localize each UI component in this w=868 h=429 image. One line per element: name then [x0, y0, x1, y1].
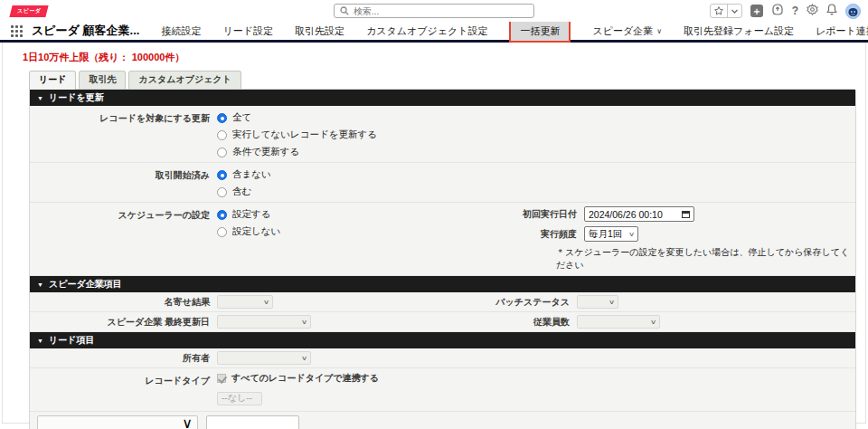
nav-tab-account-settings[interactable]: 取引先設定 — [295, 24, 344, 38]
deal-started-row: 取引開始済み 含まない 含む — [30, 163, 855, 203]
nav-tab-custom-object-settings[interactable]: カスタムオブジェクト設定 — [366, 24, 488, 38]
radio-icon — [217, 130, 227, 140]
radio-icon — [217, 210, 227, 220]
radio-option-conditional[interactable]: 条件で更新する — [217, 146, 855, 158]
user-avatar[interactable] — [845, 4, 861, 19]
daily-limit-notice: 1日10万件上限（残り： 100000件） — [23, 51, 856, 64]
target-records-label: レコードを対象にする更新 — [30, 110, 217, 158]
global-search[interactable] — [334, 4, 534, 18]
collapse-icon: ▼ — [37, 338, 43, 344]
radio-option-include[interactable]: 含む — [217, 186, 855, 198]
subtab-lead[interactable]: リード — [29, 71, 76, 90]
field-mapping-row: ∨ — [30, 412, 855, 429]
help-icon[interactable]: ? — [792, 5, 798, 17]
first-run-datetime-input[interactable]: 2024/06/26 00:10 — [584, 206, 694, 222]
search-input[interactable] — [354, 6, 528, 16]
notifications-bell-icon[interactable] — [826, 3, 837, 19]
batch-status-select: ∨ — [577, 295, 618, 309]
last-updated-select: ∨ — [217, 315, 311, 329]
star-icon[interactable] — [711, 5, 727, 17]
target-records-radio-group: 全て 実行してないレコードを更新する 条件で更新する — [217, 110, 855, 158]
radio-icon — [217, 227, 227, 237]
section-header-lead-fields[interactable]: ▼ リード項目 — [30, 332, 855, 348]
section-title: リード項目 — [49, 334, 94, 347]
header-utility-icons: ＋ ? — [710, 3, 861, 19]
last-updated-label: スピーダ企業 最終更新日 — [30, 316, 217, 329]
chevron-down-icon: ∨ — [656, 27, 662, 35]
chevron-down-icon: ∨ — [263, 299, 269, 306]
first-run-date-label: 初回実行日付 — [459, 208, 577, 221]
record-type-row: レコードタイプ すべてのレコードタイプで連携する --なし-- — [30, 368, 855, 412]
batch-status-label: バッチステータス — [459, 296, 577, 309]
nav-tab-list: 接続設定 リード設定 取引先設定 カスタムオブジェクト設定 一括更新 スピーダ企… — [161, 20, 868, 43]
nav-tab-report-integration[interactable]: レポート連携 — [816, 24, 868, 38]
nav-tab-lead-settings[interactable]: リード設定 — [222, 24, 273, 38]
radio-label: 含む — [232, 186, 251, 198]
scheduler-settings: 初回実行日付 2024/06/26 00:10 実行頻度 毎月1回∨ ＊スケジュ… — [459, 206, 855, 272]
deal-started-radio-group: 含まない 含む — [217, 167, 855, 198]
radio-label: 実行してないレコードを更新する — [232, 129, 377, 141]
nav-tab-account-form-settings[interactable]: 取引先登録フォーム設定 — [684, 24, 794, 38]
radio-option-not-executed[interactable]: 実行してないレコードを更新する — [217, 129, 855, 141]
frequency-select[interactable]: 毎月1回∨ — [584, 226, 638, 242]
scheduler-label: スケジューラーの設定 — [30, 206, 217, 272]
nav-tab-bulk-update[interactable]: 一括更新 — [509, 20, 571, 43]
object-subtabs: リード 取引先 カスタムオブジェクト — [29, 71, 856, 89]
favorites-caret-icon[interactable] — [727, 5, 741, 17]
nav-tab-speeda-company-label: スピーダ企業 — [592, 24, 653, 38]
nav-tab-speeda-company[interactable]: スピーダ企業∨ — [592, 24, 662, 38]
radio-icon — [217, 187, 227, 197]
record-type-checkbox-label: すべてのレコードタイプで連携する — [231, 372, 379, 385]
radio-label: 設定する — [232, 208, 271, 221]
setup-gear-icon[interactable] — [807, 3, 818, 19]
radio-option-schedule-off[interactable]: 設定しない — [217, 225, 459, 238]
radio-icon — [217, 170, 227, 180]
scheduler-radio-group: 設定する 設定しない — [217, 206, 459, 272]
search-icon — [340, 6, 349, 15]
frequency-label: 実行頻度 — [459, 228, 577, 241]
name-merge-select: ∨ — [217, 295, 273, 309]
owner-row: 所有者 ∨ — [30, 348, 855, 368]
record-type-value: --なし-- — [222, 392, 252, 405]
brand-logo: スピーダ — [9, 5, 48, 17]
nav-tab-connection-settings[interactable]: 接続設定 — [161, 24, 201, 38]
radio-label: 設定しない — [232, 225, 280, 238]
app-title: スピーダ 顧客企業... — [32, 23, 139, 39]
employee-count-select: ∨ — [577, 315, 660, 329]
chevron-down-icon: ∨ — [301, 319, 307, 326]
bulk-update-form-panel: ▼ リードを更新 レコードを対象にする更新 全て 実行してないレコードを更新する… — [29, 89, 856, 429]
scheduler-row: スケジューラーの設定 設定する 設定しない 初回実行日付 2024/06/26 … — [30, 203, 855, 276]
radio-option-exclude[interactable]: 含まない — [217, 168, 855, 181]
chevron-down-icon: ∨ — [182, 415, 193, 429]
radio-label: 含まない — [232, 168, 271, 181]
owner-select: ∨ — [217, 351, 311, 365]
mapping-value-input[interactable] — [206, 415, 299, 429]
subtab-account[interactable]: 取引先 — [79, 71, 126, 89]
subtab-custom-object[interactable]: カスタムオブジェクト — [128, 71, 241, 89]
chevron-down-icon: ∨ — [650, 319, 656, 326]
calendar-icon[interactable] — [682, 211, 690, 218]
guidance-center-icon[interactable] — [771, 3, 784, 19]
radio-option-schedule-on[interactable]: 設定する — [217, 208, 459, 221]
target-records-row: レコードを対象にする更新 全て 実行してないレコードを更新する 条件で更新する — [30, 106, 855, 163]
mapping-field-select[interactable]: ∨ — [37, 415, 198, 429]
chevron-down-icon: ∨ — [609, 299, 615, 306]
record-type-checkbox — [217, 374, 226, 383]
frequency-value: 毎月1回 — [589, 228, 622, 241]
section-header-company-fields[interactable]: ▼ スピーダ企業項目 — [30, 276, 855, 292]
collapse-icon: ▼ — [37, 281, 43, 288]
section-header-lead-update[interactable]: ▼ リードを更新 — [30, 90, 855, 106]
name-merge-label: 名寄せ結果 — [30, 296, 217, 309]
first-run-datetime-value: 2024/06/26 00:10 — [589, 209, 663, 220]
company-fields-row-2: スピーダ企業 最終更新日 ∨ 従業員数 ∨ — [30, 312, 855, 332]
radio-icon — [217, 148, 227, 157]
owner-label: 所有者 — [30, 352, 217, 365]
global-actions-icon[interactable]: ＋ — [750, 5, 763, 17]
collapse-icon: ▼ — [37, 95, 43, 101]
record-type-select: --なし-- — [217, 392, 262, 405]
scheduler-note: ＊スケジューラーの設定を変更したい場合は、停止してから保存してください — [556, 246, 855, 272]
app-launcher-icon[interactable] — [11, 25, 23, 37]
favorites-button[interactable] — [710, 4, 742, 18]
radio-option-all[interactable]: 全て — [217, 111, 855, 124]
record-type-label: レコードタイプ — [30, 372, 217, 405]
